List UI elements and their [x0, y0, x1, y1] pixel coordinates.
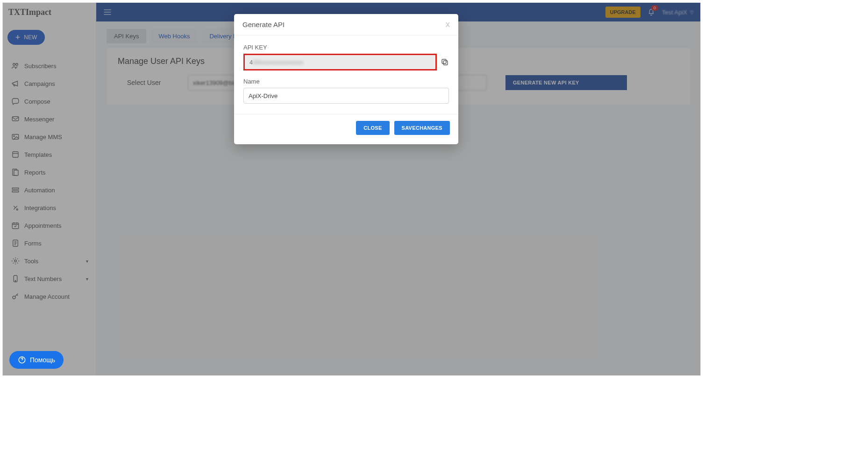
generate-api-modal: Generate API X API KEY 44Nvxxxxxxxxxxxxx…	[234, 14, 458, 144]
help-label: Помощь	[30, 356, 55, 364]
api-key-value: 4Nvxxxxxxxxxxxxx	[253, 59, 303, 66]
api-key-label: API KEY	[243, 44, 449, 51]
modal-close-button[interactable]: X	[446, 21, 450, 28]
help-button[interactable]: Помощь	[9, 351, 64, 369]
copy-icon[interactable]	[441, 58, 449, 66]
help-icon	[18, 356, 26, 364]
save-changes-button[interactable]: SAVECHANGES	[394, 121, 450, 135]
svg-rect-17	[443, 61, 448, 65]
modal-title: Generate API	[242, 21, 285, 28]
close-button[interactable]: CLOSE	[356, 121, 389, 135]
name-input[interactable]	[243, 88, 449, 104]
svg-rect-18	[442, 59, 446, 63]
name-label: Name	[243, 78, 449, 85]
api-key-field[interactable]: 44Nvxxxxxxxxxxxxx	[243, 54, 437, 70]
